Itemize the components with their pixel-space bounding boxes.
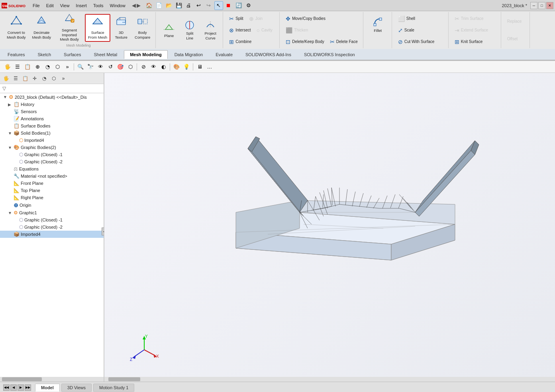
tree-surface-bodies[interactable]: 📋 Surface Bodies: [0, 122, 104, 129]
select-btn[interactable]: ↖: [214, 1, 223, 10]
new-btn[interactable]: 📄: [155, 1, 163, 10]
display-type-icon[interactable]: 🎨: [172, 63, 181, 71]
bottom-tab-3dviews[interactable]: 3D Views: [61, 384, 92, 392]
sb-hand-btn[interactable]: 🖐: [2, 74, 10, 83]
tree-right-plane[interactable]: 📐 Right Plane: [0, 194, 104, 201]
tree-front-plane[interactable]: 📐 Front Plane: [0, 180, 104, 187]
sb-crosshair-btn[interactable]: ✛: [30, 74, 39, 83]
replace-btn[interactable]: Replace: [505, 18, 524, 24]
menu-edit[interactable]: Edit: [43, 2, 57, 9]
tree-material[interactable]: 🔧 Material <not specified>: [0, 172, 104, 180]
combine-btn[interactable]: ⊞ Combine: [227, 38, 253, 46]
tab-data-migration[interactable]: Data Migration: [169, 50, 209, 59]
view-orient-icon[interactable]: 🎯: [116, 63, 125, 71]
tree-graphic-closed-1[interactable]: ⬡ Graphic (Closed) -1: [0, 151, 104, 158]
pie-tool[interactable]: ◔: [43, 63, 52, 71]
maximize-btn[interactable]: □: [538, 2, 545, 9]
menu-view[interactable]: View: [57, 2, 73, 9]
rotate-icon[interactable]: ↺: [106, 63, 115, 71]
tab-surfaces[interactable]: Surfaces: [58, 50, 87, 59]
zoom-in-icon[interactable]: 🔍: [76, 63, 85, 71]
convert-to-mesh-btn[interactable]: Convert toMesh Body: [4, 14, 29, 42]
cavity-btn[interactable]: ○ Cavity: [255, 26, 275, 34]
zoom-out-icon[interactable]: 🔭: [86, 63, 95, 71]
view-cube-icon[interactable]: ⬡: [126, 63, 135, 71]
menu-tools[interactable]: Tools: [90, 2, 107, 9]
viewport-scrollbar-h[interactable]: [104, 377, 555, 382]
minimize-btn[interactable]: ─: [530, 2, 537, 9]
nav-next[interactable]: ▶: [18, 384, 24, 391]
sb-list-btn[interactable]: ☰: [11, 74, 20, 83]
tab-sketch[interactable]: Sketch: [31, 50, 57, 59]
plane-btn[interactable]: Plane: [159, 16, 179, 44]
monitor-icon[interactable]: 🖥: [195, 63, 204, 71]
tab-features[interactable]: Features: [2, 50, 31, 59]
sb-mesh-btn[interactable]: ⬡: [49, 74, 58, 83]
delete-face-btn[interactable]: ✂ Delete Face: [328, 38, 360, 46]
hand-tool[interactable]: 🖐: [3, 63, 12, 71]
settings-btn[interactable]: ⚙: [244, 1, 253, 10]
join-btn[interactable]: ⊕ Join: [247, 15, 265, 23]
view-display-icon[interactable]: 👁: [149, 63, 158, 71]
offset-btn[interactable]: Offset: [505, 36, 520, 42]
project-curve-btn[interactable]: ProjectCurve: [200, 16, 220, 44]
tab-solidworks-addins[interactable]: SOLIDWORKS Add-Ins: [239, 50, 297, 59]
redo-btn[interactable]: ↪: [204, 1, 213, 10]
more-view-tools[interactable]: …: [205, 63, 214, 71]
surface-from-mesh-btn[interactable]: SurfaceFrom Mesh: [85, 14, 110, 42]
clipboard-tool[interactable]: 📋: [23, 63, 32, 71]
stop-btn[interactable]: ⏹: [224, 1, 233, 10]
print-btn[interactable]: 🖨: [184, 1, 193, 10]
tree-graphic-closed-2[interactable]: ⬡ Graphic (Closed) -2: [0, 158, 104, 165]
split-line-btn[interactable]: SplitLine: [180, 16, 200, 44]
tree-solid-bodies[interactable]: ▼ 📦 Solid Bodies(1): [0, 129, 104, 137]
tree-graphic-bodies[interactable]: ▼ 🎨 Graphic Bodies(2): [0, 144, 104, 151]
segment-imported-btn[interactable]: ✓ Segment ImportedMesh Body: [55, 14, 84, 42]
3d-texture-btn[interactable]: 3DTexture: [111, 14, 131, 42]
cut-with-surface-btn[interactable]: ⊘ Cut With Surface: [396, 38, 437, 46]
scale-btn[interactable]: ⤢ Scale: [396, 26, 416, 34]
tree-sensors[interactable]: 📡 Sensors: [0, 108, 104, 115]
intersect-btn[interactable]: ⊗ Intersect: [227, 26, 253, 34]
tree-annotations[interactable]: 📝 Annotations: [0, 115, 104, 122]
menu-insert[interactable]: Insert: [73, 2, 90, 9]
viewport[interactable]: Y X Z: [104, 73, 555, 382]
fillet-btn[interactable]: Fillet: [367, 13, 389, 37]
open-btn[interactable]: 📂: [165, 1, 173, 10]
sb-more-btn[interactable]: »: [59, 74, 68, 83]
move-copy-bodies-btn[interactable]: ✥ Move/Copy Bodies: [284, 15, 328, 23]
sidebar-scrollbar-h[interactable]: [0, 377, 104, 382]
split-btn[interactable]: ✂ Split: [227, 15, 245, 23]
bottom-tab-model[interactable]: Model: [35, 384, 60, 392]
nav-prev[interactable]: ◀: [10, 384, 17, 391]
appearance-icon[interactable]: 💡: [182, 63, 191, 71]
sidebar-collapse-btn[interactable]: ◀: [102, 227, 104, 235]
nav-next-next[interactable]: ▶▶: [25, 384, 31, 391]
list-tool[interactable]: ☰: [13, 63, 22, 71]
close-btn[interactable]: ✕: [546, 2, 553, 9]
rebuild-btn[interactable]: 🔄: [234, 1, 243, 10]
tab-mesh-modeling[interactable]: Mesh Modeling: [124, 50, 167, 59]
delete-keep-body-btn[interactable]: ⊡ Delete/Keep Body: [284, 38, 326, 46]
tree-top-plane[interactable]: 📐 Top Plane: [0, 187, 104, 194]
sb-clipboard-btn[interactable]: 📋: [21, 74, 29, 83]
save-btn[interactable]: 💾: [175, 1, 183, 10]
nav-prev-prev[interactable]: ◀◀: [3, 384, 10, 391]
tree-g1-closed2[interactable]: ⬡ Graphic (Closed) -2: [0, 223, 104, 231]
tree-g1-closed1[interactable]: ⬡ Graphic (Closed) -1: [0, 216, 104, 223]
shell-btn[interactable]: ⬜ Shell: [396, 15, 417, 23]
undo-btn[interactable]: ↩: [194, 1, 203, 10]
tree-graphic1[interactable]: ▼ ⚙ Graphic1: [0, 209, 104, 216]
tree-origin[interactable]: ⊕ Origin: [0, 201, 104, 209]
thicken-btn[interactable]: ⬛ Thicken: [284, 26, 310, 34]
more-tools[interactable]: »: [63, 63, 72, 71]
mesh-tool[interactable]: ⬡: [53, 63, 62, 71]
tab-evaluate[interactable]: Evaluate: [210, 50, 239, 59]
trim-surface-btn[interactable]: ✂ Trim Surface: [453, 15, 486, 23]
home-btn[interactable]: 🏠: [145, 1, 153, 10]
extend-surface-btn[interactable]: ⇥ Extend Surface: [453, 26, 490, 34]
tree-root[interactable]: ▼ ⚙ 2023_block (Default) <<Default>_Dis: [0, 93, 104, 101]
menu-window[interactable]: Window: [107, 2, 129, 9]
crosshair-tool[interactable]: ⊕: [33, 63, 42, 71]
tab-solidworks-inspection[interactable]: SOLIDWORKS Inspection: [298, 50, 361, 59]
